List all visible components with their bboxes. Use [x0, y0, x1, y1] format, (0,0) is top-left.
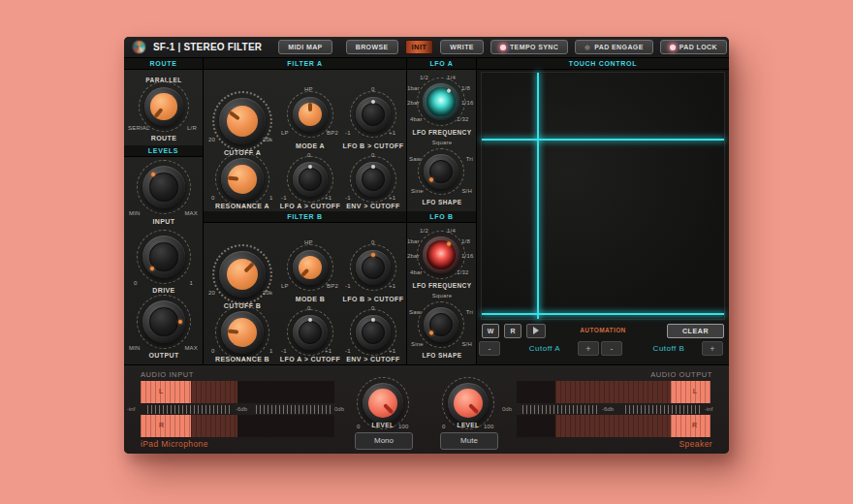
meter-empty: [517, 415, 555, 437]
output-level-knob[interactable]: [142, 300, 185, 343]
tempo-sync-toggle[interactable]: TEMPO SYNC: [490, 40, 568, 54]
lfo-b-shape-label: LFO SHAPE: [407, 352, 477, 359]
mode-a-knob[interactable]: [293, 97, 328, 132]
param-x-name[interactable]: Cutoff A: [506, 344, 584, 353]
input-gain-knob[interactable]: [363, 383, 403, 424]
knob-pointer: [356, 315, 391, 350]
lfo-b-to-cutoff-b-top-label: 0: [371, 239, 375, 245]
route-lr-label: L/R: [187, 125, 197, 131]
output-ruler-ticks: [625, 405, 701, 414]
lfo-a-to-cutoff-a-knob[interactable]: [293, 162, 328, 197]
automation-label: AUTOMATION: [545, 327, 661, 333]
input-scale-min: -inf: [127, 406, 135, 412]
input-max-label: MAX: [184, 210, 198, 216]
cutoff-a-knob[interactable]: [219, 98, 266, 144]
automation-write-button[interactable]: W: [482, 324, 499, 338]
param-y-name[interactable]: Cutoff B: [630, 344, 708, 353]
meter-r-label: R: [159, 422, 164, 428]
output-gain-min-label: 0: [442, 424, 446, 429]
output-min-label: MIN: [129, 345, 141, 351]
env-to-cutoff-b-label: ENV > CUTOFF: [334, 356, 412, 362]
output-destination-label: Speaker: [679, 439, 712, 449]
pad-engage-toggle[interactable]: PAD ENGAGE: [575, 40, 653, 54]
lfo-b-shape-knob[interactable]: [424, 307, 458, 342]
cutoff-b-knob[interactable]: [219, 251, 266, 298]
audio-input-header: AUDIO INPUT: [141, 370, 194, 379]
input-meter-l: L: [141, 381, 334, 403]
lfo-b-header: LFO B: [407, 211, 476, 223]
desktop-background: SF-1 | STEREO FILTER MIDI MAP BROWSE INI…: [0, 0, 853, 504]
drive-max-label: 1: [189, 280, 193, 286]
write-button[interactable]: WRITE: [440, 40, 484, 54]
output-gain-knob[interactable]: [448, 383, 489, 424]
lfo-a-frequency-label: LFO FREQUENCY: [407, 129, 477, 136]
env-to-cutoff-b-knob[interactable]: [356, 315, 391, 350]
route-knob-label: ROUTE: [124, 135, 204, 142]
lfo-b-shape-tick: S/H: [461, 341, 472, 347]
input-knob-label: INPUT: [124, 218, 204, 225]
filters-panel: FILTER A 20 20k CUTOFF A HP LP BP2 MODE …: [204, 58, 407, 364]
input-ruler-ticks: [147, 405, 233, 414]
lfo-a-freq-tick: 4bar: [410, 116, 423, 122]
param-x-minus-button[interactable]: -: [479, 341, 500, 356]
lfo-b-freq-tick: 1/4: [447, 228, 456, 234]
touch-crosshair-vertical: [537, 73, 539, 319]
meter-fill-bright: L: [671, 381, 711, 403]
drive-knob[interactable]: [142, 236, 185, 278]
route-knob[interactable]: [144, 87, 183, 126]
mono-button[interactable]: Mono: [355, 432, 413, 450]
resonance-a-knob[interactable]: [221, 158, 264, 201]
tempo-sync-label: TEMPO SYNC: [510, 44, 558, 50]
touch-pad[interactable]: [481, 72, 725, 320]
clear-button[interactable]: CLEAR: [667, 324, 724, 338]
title-bar: SF-1 | STEREO FILTER MIDI MAP BROWSE INI…: [124, 37, 729, 58]
env-to-cutoff-a-label: ENV > CUTOFF: [334, 203, 412, 209]
filter-a-header: FILTER A: [204, 58, 406, 70]
env-to-cutoff-a-knob[interactable]: [356, 162, 391, 197]
lfo-a-to-cutoff-b-top-label: 0: [307, 305, 311, 311]
lfo-a-frequency-knob[interactable]: [423, 83, 459, 120]
param-y-minus-button[interactable]: -: [601, 341, 622, 356]
audio-output-header: AUDIO OUTPUT: [650, 370, 712, 379]
lfo-b-to-cutoff-a-label: LFO B > CUTOFF: [334, 142, 412, 149]
lfo-b-shape-tick: Saw: [409, 309, 421, 315]
meter-fill-bright: R: [141, 415, 191, 437]
lfo-b-to-cutoff-b-knob[interactable]: [356, 250, 391, 285]
meter-empty: [237, 415, 334, 437]
meter-fill-bright: L: [141, 381, 191, 403]
mute-button[interactable]: Mute: [440, 432, 498, 450]
lfo-b-frequency-knob[interactable]: [423, 236, 459, 273]
midi-map-button[interactable]: MIDI MAP: [278, 40, 332, 54]
lfo-a-to-cutoff-b-knob[interactable]: [293, 315, 328, 350]
param-y-plus-button[interactable]: +: [702, 341, 723, 356]
mode-b-top-label: HP: [304, 239, 313, 245]
lfo-a-shape-knob[interactable]: [424, 154, 458, 189]
lfo-b-shape-tick: Tri: [466, 309, 473, 315]
lfo-a-to-cutoff-a-min-label: -1: [281, 195, 287, 201]
input-level-knob[interactable]: [142, 166, 185, 208]
knob-pointer: [134, 227, 194, 287]
lfo-a-shape-label: LFO SHAPE: [407, 199, 477, 205]
lfo-b-to-cutoff-a-knob[interactable]: [356, 97, 391, 132]
lfo-a-shape-tick: Tri: [466, 156, 473, 162]
preset-display[interactable]: INIT: [405, 40, 434, 54]
input-scale-max: 0db: [334, 406, 344, 412]
lfo-b-section: LFO B 1/2 1/4 1bar 1/8 2bar 1/16 4bar 1/…: [407, 211, 476, 364]
mode-b-knob[interactable]: [293, 250, 328, 285]
meter-fill-dim: [555, 381, 671, 403]
mode-b-max-label: BP2: [327, 283, 338, 289]
browse-button[interactable]: BROWSE: [346, 40, 398, 54]
knob-pointer: [142, 300, 185, 343]
automation-read-button[interactable]: R: [504, 324, 521, 338]
lfo-b-to-cutoff-b-max-label: +1: [389, 283, 395, 289]
touch-crosshair-horizontal: [482, 139, 724, 141]
lfo-b-freq-tick: 2bar: [407, 253, 420, 259]
param-x-plus-button[interactable]: +: [578, 341, 599, 356]
route-levels-panel: ROUTE PARALLEL SERIAL L/R ROUTE LEVELS M…: [124, 58, 204, 364]
automation-play-button[interactable]: [526, 324, 546, 338]
pad-lock-toggle[interactable]: PAD LOCK: [660, 40, 727, 54]
knob-pointer: [293, 162, 328, 197]
resonance-b-knob[interactable]: [221, 311, 264, 354]
cutoff-b-min-label: 20: [208, 290, 215, 296]
knob-pointer: [356, 97, 391, 132]
